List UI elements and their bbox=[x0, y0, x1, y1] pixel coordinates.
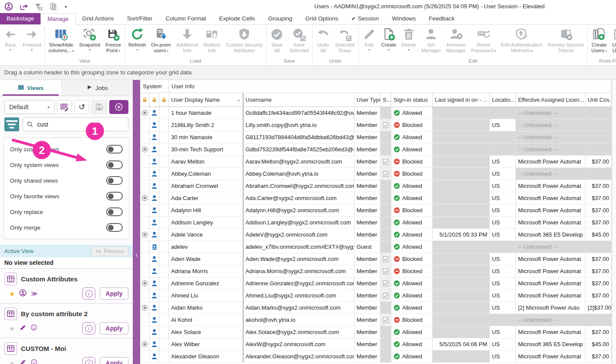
table-row[interactable]: Alex WilberAlexW@sygx2.onmicrosoft.comMe… bbox=[140, 338, 616, 351]
selected-rows-button[interactable]: SelectedRows bbox=[333, 25, 357, 58]
edit-authentication-methods-button[interactable]: Edit AuthenticationMethods▾ bbox=[498, 25, 545, 58]
tab-column-format[interactable]: Column Format bbox=[159, 13, 212, 24]
undo-all-button[interactable]: UndoAll bbox=[313, 25, 333, 58]
row-select-cell[interactable] bbox=[140, 156, 150, 168]
toggle-only-replace[interactable] bbox=[106, 207, 123, 216]
share-icon[interactable] bbox=[18, 1, 29, 12]
row-select-cell[interactable] bbox=[140, 290, 150, 302]
save-view-button[interactable] bbox=[92, 100, 107, 114]
sync-checkbox-cell[interactable] bbox=[380, 277, 391, 290]
favorite-star-icon[interactable]: ★ bbox=[9, 360, 15, 364]
create-button[interactable]: Create▾ bbox=[379, 25, 399, 58]
apply-view-button[interactable]: Apply bbox=[100, 322, 128, 334]
row-select-cell[interactable] bbox=[140, 314, 150, 326]
tab-explode-cells[interactable]: Explode Cells bbox=[212, 13, 262, 24]
table-row[interactable]: Alex SolaceAlex.Solace@sygx2.onmicrosoft… bbox=[140, 326, 616, 338]
row-select-cell[interactable] bbox=[140, 192, 150, 204]
table-row[interactable]: Adriana MorrisAdriana.Morris@sygx2.onmic… bbox=[140, 265, 616, 277]
sync-checkbox-cell[interactable] bbox=[380, 351, 391, 363]
table-row[interactable]: 2186Lilly Smith 2Lilly.smith.copy@ovh.yt… bbox=[140, 119, 616, 131]
column-header-user-display-name[interactable]: User Display Name▲ bbox=[169, 93, 243, 107]
row-select-cell[interactable] bbox=[140, 107, 150, 119]
sync-checkbox-cell[interactable] bbox=[380, 156, 391, 168]
column-header-sign-in-status[interactable]: Sign-in status bbox=[391, 93, 433, 107]
row-select-cell[interactable] bbox=[140, 229, 150, 241]
show-hide-columns--button[interactable]: Show/Hidecolumns...▾ bbox=[46, 25, 76, 58]
column-header-lock-2[interactable] bbox=[159, 93, 169, 107]
sync-checkbox-cell[interactable] bbox=[380, 290, 391, 302]
tab-grid-actions[interactable]: Grid Actions bbox=[76, 13, 121, 24]
sync-checkbox-cell[interactable] bbox=[380, 326, 391, 338]
toggle-only-custom-views[interactable] bbox=[106, 145, 123, 154]
sync-checkbox-cell[interactable] bbox=[380, 302, 391, 314]
sync-checkbox-cell[interactable] bbox=[380, 338, 391, 351]
save-all-button[interactable]: SaveAll bbox=[267, 25, 286, 58]
tab-session[interactable]: ✔Session bbox=[345, 13, 385, 24]
row-select-cell[interactable] bbox=[140, 351, 150, 363]
on-prem-users-button[interactable]: On-premusers▾ bbox=[148, 25, 173, 58]
sync-checkbox-cell[interactable] bbox=[380, 217, 391, 229]
column-header-s-[interactable]: S... bbox=[380, 93, 391, 107]
apply-view-button[interactable]: Apply bbox=[100, 287, 128, 300]
table-row[interactable]: 30-min Tech SupportGdbd753239df544f8a8e7… bbox=[140, 144, 616, 156]
group-header-user-info[interactable]: User Info bbox=[169, 80, 612, 93]
column-header-lock-1[interactable] bbox=[150, 93, 159, 107]
delete-button[interactable]: Delete▾ bbox=[399, 25, 418, 58]
row-select-cell[interactable] bbox=[140, 119, 150, 131]
reset-password-button[interactable]: ***ResetPassword▾ bbox=[468, 25, 498, 58]
group-header-system[interactable]: System bbox=[140, 80, 169, 93]
row-select-cell[interactable] bbox=[140, 253, 150, 265]
sync-checkbox-cell[interactable] bbox=[380, 168, 391, 180]
view-card[interactable]: By custom attribute 2★iApply bbox=[0, 304, 133, 338]
column-header-effective-assigned-licen-[interactable]: Effective Assigned Licen... bbox=[516, 93, 586, 107]
sync-checkbox-cell[interactable] bbox=[380, 204, 391, 217]
remove-manager-button[interactable]: RemoveManager bbox=[444, 25, 468, 58]
tab-sort-filter[interactable]: Sort/Filter bbox=[121, 13, 159, 24]
forward-button[interactable]: Forward▾ bbox=[20, 25, 44, 58]
row-select-cell[interactable] bbox=[140, 302, 150, 314]
sync-checkbox-cell[interactable] bbox=[380, 107, 391, 119]
vertical-scrollbar[interactable] bbox=[612, 80, 616, 364]
toggle-only-system-views[interactable] bbox=[106, 160, 123, 169]
panel-splitter[interactable]: ‹ bbox=[133, 80, 140, 364]
freeze-point-button[interactable]: FreezePoint▾ bbox=[103, 25, 124, 58]
table-row[interactable]: Aidan MarksAidan.Marks@sygx2.onmicrosoft… bbox=[140, 302, 616, 314]
views-search-input[interactable] bbox=[23, 117, 128, 131]
revoke-session-tokens-button[interactable]: Revoke SessionTokens bbox=[545, 25, 586, 58]
table-row[interactable]: Alexander GleasonAlexander.Gleason@sygx2… bbox=[140, 351, 616, 363]
collapse-panel-button[interactable]: ‹ bbox=[133, 250, 140, 261]
filter-options-button[interactable] bbox=[4, 117, 19, 131]
tab-grid-options[interactable]: Grid Options bbox=[299, 13, 345, 24]
tab-manage[interactable]: Manage bbox=[40, 13, 76, 25]
column-header-username[interactable]: Username bbox=[243, 93, 354, 107]
sync-checkbox-cell[interactable] bbox=[380, 180, 391, 192]
column-header-locatio-[interactable]: Locatio... bbox=[490, 93, 516, 107]
previous-view-button[interactable]: Previous bbox=[91, 247, 128, 256]
edit-button[interactable]: Edit▾ bbox=[360, 25, 379, 58]
row-select-cell[interactable] bbox=[140, 241, 150, 253]
row-select-cell[interactable] bbox=[140, 217, 150, 229]
filter-settings-icon[interactable] bbox=[33, 1, 44, 12]
toggle-only-merge[interactable] bbox=[106, 223, 123, 232]
tab-feedback[interactable]: Feedback bbox=[422, 13, 461, 24]
edit-columns-button[interactable] bbox=[57, 100, 72, 114]
copy-layout-icon[interactable] bbox=[48, 1, 58, 12]
mailbox-info-button[interactable]: Mailboxinfo bbox=[201, 25, 223, 58]
table-row[interactable]: 1 hour NamasteGc8daffc1fe434acd997a05543… bbox=[140, 107, 616, 119]
sync-checkbox-cell[interactable] bbox=[380, 265, 391, 277]
column-header-user-type[interactable]: User Type bbox=[354, 93, 380, 107]
view-selector-dropdown[interactable]: Default ▾ bbox=[4, 100, 54, 114]
sync-checkbox-cell[interactable] bbox=[380, 131, 391, 144]
save-selected-button[interactable]: SaveSelected bbox=[286, 25, 311, 58]
panel-tab-jobs[interactable]: Jobs bbox=[62, 80, 133, 96]
row-select-cell[interactable] bbox=[140, 265, 150, 277]
favorite-star-icon[interactable]: ★ bbox=[9, 291, 15, 297]
view-info-button[interactable]: i bbox=[82, 357, 95, 364]
custom-security-attributes-button[interactable]: Custom SecurityAttributes bbox=[223, 25, 265, 58]
column-header-last-signed-in-on-[interactable]: Last signed in on - ... bbox=[433, 93, 490, 107]
tab-windows[interactable]: Windows bbox=[385, 13, 422, 24]
toggle-only-favorite-views[interactable] bbox=[106, 192, 123, 200]
toggle-only-shared-views[interactable] bbox=[106, 176, 123, 185]
create-users-button[interactable]: CreateUsers▾ bbox=[589, 25, 609, 58]
sync-checkbox-cell[interactable] bbox=[380, 253, 391, 265]
